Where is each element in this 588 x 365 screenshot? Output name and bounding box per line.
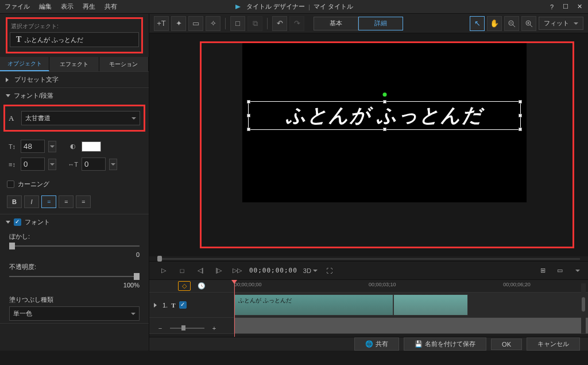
text-icon: T: [171, 302, 175, 309]
playhead[interactable]: [234, 280, 235, 337]
blur-slider[interactable]: [9, 245, 140, 247]
resize-handle[interactable]: [519, 100, 522, 103]
align-left-button[interactable]: ≡: [41, 195, 56, 208]
align-right-button[interactable]: ≡: [76, 195, 91, 208]
fill-type-dropdown[interactable]: 単一色: [9, 306, 140, 321]
timeline-clip[interactable]: [393, 294, 467, 316]
cancel-button[interactable]: キャンセル: [527, 337, 580, 351]
fast-forward-button[interactable]: ▷▷: [231, 264, 243, 277]
window-title: タイトル デザイナー | マイ タイトル: [235, 2, 353, 11]
chevron-down-icon[interactable]: [575, 270, 580, 272]
fullscreen-button[interactable]: ⛶: [323, 264, 336, 277]
add-image-button[interactable]: ▭: [188, 16, 203, 31]
resize-handle[interactable]: [383, 100, 386, 103]
caret-icon: [6, 221, 10, 224]
line-height-spinner[interactable]: [48, 159, 56, 170]
share-button[interactable]: 🌐共有: [354, 337, 399, 351]
ok-button[interactable]: OK: [491, 339, 522, 350]
chevron-down-icon: [131, 313, 136, 315]
resize-handle[interactable]: [383, 128, 386, 131]
resize-handle[interactable]: [519, 114, 522, 117]
rotate-handle[interactable]: [382, 93, 386, 97]
mode-basic-tab[interactable]: 基本: [314, 17, 358, 30]
section-font-header[interactable]: フォント/段落: [0, 88, 149, 103]
maximize-button[interactable]: ☐: [562, 3, 570, 11]
track-header[interactable]: 1. T: [149, 293, 234, 317]
resize-handle[interactable]: [247, 114, 250, 117]
play-button[interactable]: ▷: [157, 264, 170, 277]
grid-button[interactable]: ⊞: [536, 264, 549, 277]
scrollbar[interactable]: [581, 283, 586, 333]
redo-button[interactable]: ↷: [289, 16, 304, 31]
tab-object[interactable]: オブジェクト: [0, 57, 49, 71]
zoom-fit-dropdown[interactable]: フィット: [539, 17, 583, 30]
font-size-spinner[interactable]: [48, 141, 56, 152]
playback-bar: ▷ □ ◁| |▷ ▷▷ 00;00;00;00 3D ⛶ ⊞ ▭: [149, 261, 588, 279]
timeline-clip[interactable]: ふとんが ふっとんだ: [234, 294, 393, 316]
selected-object-field[interactable]: T ふとんが ふっとんだ: [10, 32, 139, 47]
safe-zone-button[interactable]: ▭: [554, 264, 566, 277]
zoom-out-button[interactable]: [504, 16, 519, 31]
section-font2-header[interactable]: フォント: [0, 214, 149, 230]
selected-object-label: 選択オブジェクト:: [10, 22, 139, 30]
add-shape-button[interactable]: ✧: [206, 16, 220, 31]
track-body[interactable]: ふとんが ふっとんだ: [234, 293, 588, 317]
resize-handle[interactable]: [247, 100, 250, 103]
timeline-ruler[interactable]: 00;00;00;00 00;00;03;10 00;00;06;20: [234, 280, 588, 292]
pan-tool-button[interactable]: ✋: [487, 16, 502, 31]
timeline-zoom-slider[interactable]: [181, 325, 185, 331]
resize-handle[interactable]: [519, 128, 522, 131]
section-preset-header[interactable]: プリセット文字: [0, 72, 149, 87]
resize-handle[interactable]: [247, 128, 250, 131]
insert-rect-button[interactable]: □: [230, 16, 245, 31]
menu-view[interactable]: 表示: [61, 2, 74, 11]
stop-button[interactable]: □: [176, 264, 188, 277]
preview-canvas[interactable]: ふとんが ふっとんだ: [242, 41, 527, 202]
tracking-input[interactable]: [82, 157, 106, 171]
menu-play[interactable]: 再生: [83, 2, 95, 11]
save-as-button[interactable]: 💾名前を付けて保存: [404, 337, 486, 351]
close-button[interactable]: ✕: [575, 3, 583, 11]
group-button[interactable]: ⧉: [247, 16, 262, 31]
kerning-checkbox[interactable]: [7, 180, 14, 188]
select-tool-button[interactable]: ↖: [470, 16, 485, 31]
menu-file[interactable]: ファイル: [5, 2, 30, 11]
prev-frame-button[interactable]: ◁|: [194, 264, 207, 277]
menu-share[interactable]: 共有: [105, 2, 117, 11]
tab-effect[interactable]: エフェクト: [49, 57, 99, 71]
tracking-spinner[interactable]: [109, 159, 117, 170]
clock-icon[interactable]: 🕓: [198, 282, 206, 290]
italic-button[interactable]: I: [24, 195, 39, 208]
font-family-dropdown[interactable]: 太甘書道: [21, 111, 140, 125]
add-particle-button[interactable]: ✦: [171, 16, 186, 31]
caret-icon: [6, 78, 11, 82]
font-color-swatch[interactable]: [82, 141, 101, 152]
line-height-input[interactable]: [21, 157, 45, 171]
mode-advanced-tab[interactable]: 詳細: [358, 17, 403, 30]
scrubber-thumb[interactable]: [157, 256, 162, 262]
font-enable-checkbox[interactable]: [14, 218, 21, 226]
tab-motion[interactable]: モーション: [99, 57, 149, 71]
next-frame-button[interactable]: |▷: [212, 264, 225, 277]
sidebar: 選択オブジェクト: T ふとんが ふっとんだ オブジェクト エフェクト モーショ…: [0, 14, 149, 351]
timeline: ◇ 🕓 00;00;00;00 00;00;03;10 00;00;06;20 …: [149, 279, 588, 337]
add-text-button[interactable]: +T: [154, 16, 169, 31]
keyframe-mode-button[interactable]: ◇: [178, 281, 191, 291]
selection-box[interactable]: [248, 101, 521, 130]
align-center-button[interactable]: ≡: [59, 195, 74, 208]
font-icon: A: [9, 114, 18, 123]
font-size-input[interactable]: [21, 140, 45, 153]
bold-button[interactable]: B: [7, 195, 22, 208]
track-visible-checkbox[interactable]: [179, 301, 187, 309]
timeline-zoom-in[interactable]: +: [208, 322, 220, 335]
timeline-zoom-out[interactable]: −: [154, 322, 167, 335]
undo-button[interactable]: ↶: [272, 16, 287, 31]
line-height-icon: ≡↕: [7, 161, 17, 168]
opacity-slider[interactable]: [9, 276, 140, 277]
opacity-label: 不透明度:: [9, 263, 140, 271]
menu-edit[interactable]: 編集: [39, 2, 52, 11]
zoom-in-button[interactable]: [521, 16, 536, 31]
help-button[interactable]: ?: [548, 3, 556, 11]
globe-icon: 🌐: [365, 340, 373, 348]
3d-toggle[interactable]: 3D: [303, 264, 318, 277]
